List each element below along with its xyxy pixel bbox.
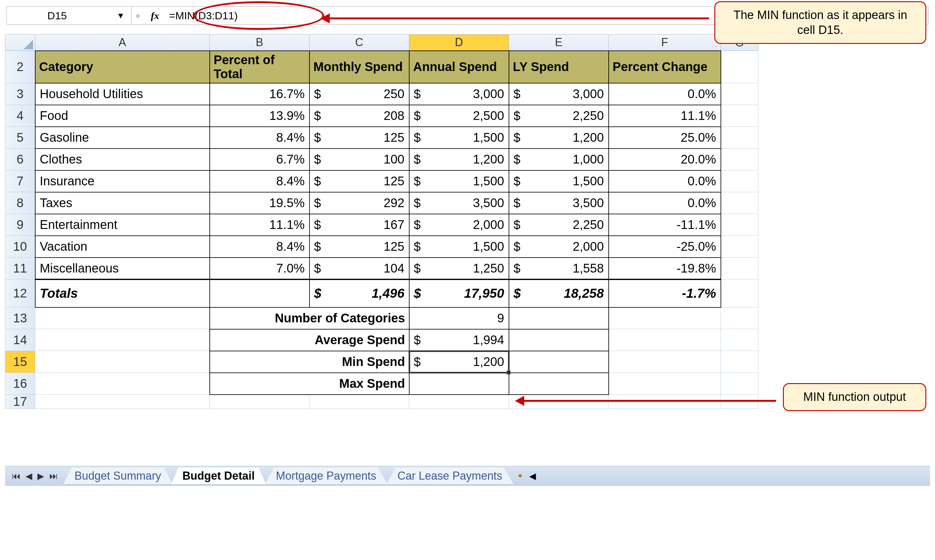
row-header-2[interactable]: 2 xyxy=(5,51,35,83)
cell-ly[interactable]: $1,000 xyxy=(509,149,609,170)
row-header-11[interactable]: 11 xyxy=(5,258,35,279)
cell-pct[interactable]: 7.0% xyxy=(210,258,310,279)
cell-pct[interactable]: 13.9% xyxy=(210,105,310,127)
hdr-pct-total[interactable]: Percent of Total xyxy=(210,51,310,83)
cell-category[interactable]: Gasoline xyxy=(35,127,210,149)
cell-chg[interactable]: 0.0% xyxy=(609,170,721,192)
cell-A15[interactable] xyxy=(35,351,210,373)
hdr-category[interactable]: Category xyxy=(35,51,210,83)
cell-chg[interactable]: 20.0% xyxy=(609,149,721,170)
numcat-label[interactable]: Number of Categories xyxy=(210,308,409,329)
cell-ly[interactable]: $1,200 xyxy=(509,127,609,149)
row-header-7[interactable]: 7 xyxy=(5,170,35,192)
cell-chg[interactable]: 0.0% xyxy=(609,192,721,214)
cell-A16[interactable] xyxy=(35,373,210,395)
cell-category[interactable]: Entertainment xyxy=(35,214,210,236)
select-all-corner[interactable] xyxy=(5,35,35,51)
cell-monthly[interactable]: $208 xyxy=(310,105,409,127)
cell-pct[interactable]: 8.4% xyxy=(210,170,310,192)
cell-G8[interactable] xyxy=(721,192,758,214)
cell-chg[interactable]: -19.8% xyxy=(609,258,721,279)
cell-A17[interactable] xyxy=(35,395,210,409)
row-header-17[interactable]: 17 xyxy=(5,395,35,409)
numcat-val[interactable]: 9 xyxy=(409,308,509,329)
cell-A13[interactable] xyxy=(35,308,210,329)
cell-annual[interactable]: $2,000 xyxy=(409,214,509,236)
cell-B17[interactable] xyxy=(210,395,310,409)
hdr-monthly[interactable]: Monthly Spend xyxy=(310,51,409,83)
min-val[interactable]: $1,200 xyxy=(409,351,509,373)
tab-budget-detail[interactable]: Budget Detail xyxy=(171,468,266,485)
row-header-16[interactable]: 16 xyxy=(5,373,35,395)
name-box[interactable]: D15 ▼ xyxy=(7,7,131,24)
min-label[interactable]: Min Spend xyxy=(210,351,409,373)
new-sheet-icon[interactable]: ✦ xyxy=(514,471,527,481)
cell-chg[interactable]: -25.0% xyxy=(609,236,721,258)
cell-ly[interactable]: $3,000 xyxy=(509,83,609,105)
cell-chg[interactable]: 25.0% xyxy=(609,127,721,149)
cell-G5[interactable] xyxy=(721,127,758,149)
cell-category[interactable]: Household Utilities xyxy=(35,83,210,105)
cell-A14[interactable] xyxy=(35,329,210,351)
cell-F15[interactable] xyxy=(609,351,721,373)
cell-chg[interactable]: -11.1% xyxy=(609,214,721,236)
cell-G6[interactable] xyxy=(721,149,758,170)
cell-category[interactable]: Clothes xyxy=(35,149,210,170)
cell-D17[interactable] xyxy=(409,395,509,409)
col-header-C[interactable]: C xyxy=(310,35,409,51)
cell-annual[interactable]: $1,500 xyxy=(409,127,509,149)
cell-pct[interactable]: 8.4% xyxy=(210,236,310,258)
col-header-B[interactable]: B xyxy=(210,35,310,51)
avg-val[interactable]: $1,994 xyxy=(409,329,509,351)
cell-pct[interactable]: 8.4% xyxy=(210,127,310,149)
cell-monthly[interactable]: $167 xyxy=(310,214,409,236)
cell-E16[interactable] xyxy=(509,373,609,395)
cell-E13[interactable] xyxy=(509,308,609,329)
cell-ly[interactable]: $2,250 xyxy=(509,214,609,236)
fx-cancel-icon[interactable]: ● xyxy=(131,10,144,21)
cell-chg[interactable]: 11.1% xyxy=(609,105,721,127)
cell-F16[interactable] xyxy=(609,373,721,395)
avg-label[interactable]: Average Spend xyxy=(210,329,409,351)
cell-pct[interactable]: 16.7% xyxy=(210,83,310,105)
name-box-dropdown-icon[interactable]: ▼ xyxy=(117,11,125,20)
cell-annual[interactable]: $1,250 xyxy=(409,258,509,279)
cell-G3[interactable] xyxy=(721,83,758,105)
hdr-ly[interactable]: LY Spend xyxy=(509,51,609,83)
cell-ly[interactable]: $1,500 xyxy=(509,170,609,192)
tab-nav-last-icon[interactable]: ⏭ xyxy=(49,471,58,481)
totals-label[interactable]: Totals xyxy=(35,279,210,308)
totals-ly[interactable]: $18,258 xyxy=(509,279,609,308)
col-header-E[interactable]: E xyxy=(509,35,609,51)
row-header-5[interactable]: 5 xyxy=(5,127,35,149)
cell-F14[interactable] xyxy=(609,329,721,351)
col-header-F[interactable]: F xyxy=(609,35,721,51)
hdr-chg[interactable]: Percent Change xyxy=(609,51,721,83)
cell-annual[interactable]: $2,500 xyxy=(409,105,509,127)
cell-ly[interactable]: $2,000 xyxy=(509,236,609,258)
cell-monthly[interactable]: $104 xyxy=(310,258,409,279)
cell-pct[interactable]: 6.7% xyxy=(210,149,310,170)
cell-E14[interactable] xyxy=(509,329,609,351)
cell-F13[interactable] xyxy=(609,308,721,329)
col-header-A[interactable]: A xyxy=(35,35,210,51)
tab-car-lease[interactable]: Car Lease Payments xyxy=(386,468,514,485)
col-header-D[interactable]: D xyxy=(409,35,509,51)
tab-nav-first-icon[interactable]: ⏮ xyxy=(12,471,20,481)
row-header-15[interactable]: 15 xyxy=(5,351,35,373)
totals-annual[interactable]: $17,950 xyxy=(409,279,509,308)
cell-category[interactable]: Insurance xyxy=(35,170,210,192)
cell-category[interactable]: Taxes xyxy=(35,192,210,214)
tab-mortgage[interactable]: Mortgage Payments xyxy=(264,468,388,485)
cell-annual[interactable]: $1,500 xyxy=(409,170,509,192)
tab-budget-summary[interactable]: Budget Summary xyxy=(63,468,173,485)
cell-annual[interactable]: $3,500 xyxy=(409,192,509,214)
row-header-4[interactable]: 4 xyxy=(5,105,35,127)
cell-G15[interactable] xyxy=(721,351,758,373)
tab-nav-prev-icon[interactable]: ◀ xyxy=(26,471,32,481)
cell-category[interactable]: Vacation xyxy=(35,236,210,258)
cell-annual[interactable]: $1,500 xyxy=(409,236,509,258)
row-header-14[interactable]: 14 xyxy=(5,329,35,351)
row-header-12[interactable]: 12 xyxy=(5,279,35,308)
cell-pct[interactable]: 19.5% xyxy=(210,192,310,214)
